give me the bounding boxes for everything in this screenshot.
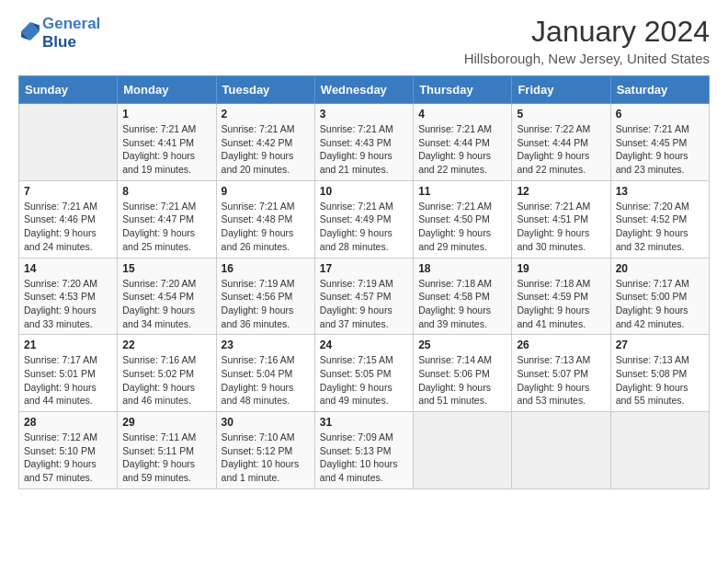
day-cell	[610, 412, 709, 489]
day-info: Sunrise: 7:19 AM Sunset: 4:56 PM Dayligh…	[222, 277, 310, 331]
day-number: 4	[418, 108, 506, 121]
day-number: 12	[517, 185, 605, 198]
day-number: 17	[320, 262, 408, 275]
week-row-1: 1Sunrise: 7:21 AM Sunset: 4:41 PM Daylig…	[19, 104, 710, 181]
calendar-subtitle: Hillsborough, New Jersey, United States	[464, 51, 710, 66]
day-cell: 30Sunrise: 7:10 AM Sunset: 5:12 PM Dayli…	[216, 412, 314, 489]
logo-line1: General	[42, 15, 100, 33]
day-info: Sunrise: 7:16 AM Sunset: 5:02 PM Dayligh…	[122, 353, 210, 408]
day-header-friday: Friday	[512, 76, 610, 104]
days-header-row: SundayMondayTuesdayWednesdayThursdayFrid…	[19, 76, 710, 104]
day-cell: 24Sunrise: 7:15 AM Sunset: 5:05 PM Dayli…	[314, 335, 413, 412]
day-info: Sunrise: 7:21 AM Sunset: 4:41 PM Dayligh…	[122, 122, 210, 177]
day-info: Sunrise: 7:17 AM Sunset: 5:01 PM Dayligh…	[24, 353, 112, 408]
day-number: 27	[616, 339, 704, 351]
day-cell: 27Sunrise: 7:13 AM Sunset: 5:08 PM Dayli…	[610, 335, 709, 412]
day-header-tuesday: Tuesday	[216, 76, 314, 104]
day-info: Sunrise: 7:20 AM Sunset: 4:52 PM Dayligh…	[616, 200, 704, 254]
day-cell: 2Sunrise: 7:21 AM Sunset: 4:42 PM Daylig…	[216, 104, 314, 181]
day-cell: 7Sunrise: 7:21 AM Sunset: 4:46 PM Daylig…	[19, 180, 118, 258]
day-number: 15	[122, 262, 210, 275]
logo-line2: Blue	[42, 33, 100, 52]
day-info: Sunrise: 7:22 AM Sunset: 4:44 PM Dayligh…	[517, 122, 605, 177]
day-cell: 12Sunrise: 7:21 AM Sunset: 4:51 PM Dayli…	[512, 180, 610, 258]
day-cell	[19, 104, 118, 181]
day-number: 13	[616, 185, 704, 198]
day-number: 23	[222, 339, 310, 351]
day-cell: 13Sunrise: 7:20 AM Sunset: 4:52 PM Dayli…	[610, 180, 709, 258]
day-cell: 4Sunrise: 7:21 AM Sunset: 4:44 PM Daylig…	[414, 104, 512, 181]
day-info: Sunrise: 7:13 AM Sunset: 5:08 PM Dayligh…	[616, 353, 704, 408]
day-number: 21	[24, 339, 112, 351]
day-number: 9	[222, 185, 310, 198]
day-number: 20	[616, 262, 704, 275]
day-cell: 21Sunrise: 7:17 AM Sunset: 5:01 PM Dayli…	[19, 335, 118, 412]
logo-icon	[20, 21, 40, 41]
day-cell: 18Sunrise: 7:18 AM Sunset: 4:58 PM Dayli…	[414, 258, 512, 335]
day-number: 25	[418, 339, 506, 351]
day-cell: 16Sunrise: 7:19 AM Sunset: 4:56 PM Dayli…	[216, 258, 314, 335]
day-info: Sunrise: 7:11 AM Sunset: 5:11 PM Dayligh…	[122, 431, 210, 485]
day-cell: 31Sunrise: 7:09 AM Sunset: 5:13 PM Dayli…	[314, 412, 413, 489]
day-info: Sunrise: 7:17 AM Sunset: 5:00 PM Dayligh…	[616, 277, 704, 331]
day-number: 16	[222, 262, 310, 275]
day-info: Sunrise: 7:10 AM Sunset: 5:12 PM Dayligh…	[222, 431, 310, 485]
day-number: 22	[122, 339, 210, 351]
day-header-monday: Monday	[118, 76, 216, 104]
day-cell	[414, 412, 512, 489]
week-row-5: 28Sunrise: 7:12 AM Sunset: 5:10 PM Dayli…	[19, 412, 710, 489]
day-info: Sunrise: 7:13 AM Sunset: 5:07 PM Dayligh…	[517, 353, 605, 408]
page-header: General Blue January 2024 Hillsborough, …	[18, 15, 710, 66]
title-area: January 2024 Hillsborough, New Jersey, U…	[464, 15, 710, 66]
day-info: Sunrise: 7:21 AM Sunset: 4:51 PM Dayligh…	[517, 200, 605, 254]
day-info: Sunrise: 7:21 AM Sunset: 4:47 PM Dayligh…	[122, 200, 210, 254]
calendar-table: SundayMondayTuesdayWednesdayThursdayFrid…	[18, 75, 710, 489]
day-cell: 3Sunrise: 7:21 AM Sunset: 4:43 PM Daylig…	[314, 104, 413, 181]
day-number: 2	[222, 108, 310, 121]
day-cell: 14Sunrise: 7:20 AM Sunset: 4:53 PM Dayli…	[19, 258, 118, 335]
day-info: Sunrise: 7:20 AM Sunset: 4:54 PM Dayligh…	[122, 277, 210, 331]
day-cell: 1Sunrise: 7:21 AM Sunset: 4:41 PM Daylig…	[118, 104, 216, 181]
day-cell: 15Sunrise: 7:20 AM Sunset: 4:54 PM Dayli…	[118, 258, 216, 335]
day-info: Sunrise: 7:18 AM Sunset: 4:59 PM Dayligh…	[517, 277, 605, 331]
day-cell: 23Sunrise: 7:16 AM Sunset: 5:04 PM Dayli…	[216, 335, 314, 412]
day-cell: 29Sunrise: 7:11 AM Sunset: 5:11 PM Dayli…	[118, 412, 216, 489]
day-info: Sunrise: 7:16 AM Sunset: 5:04 PM Dayligh…	[222, 353, 310, 408]
day-cell	[512, 412, 610, 489]
day-info: Sunrise: 7:20 AM Sunset: 4:53 PM Dayligh…	[24, 277, 112, 331]
day-header-sunday: Sunday	[19, 76, 118, 104]
day-number: 28	[24, 416, 112, 429]
day-cell: 26Sunrise: 7:13 AM Sunset: 5:07 PM Dayli…	[512, 335, 610, 412]
day-number: 5	[517, 108, 605, 121]
day-number: 24	[320, 339, 408, 351]
day-number: 29	[122, 416, 210, 429]
day-info: Sunrise: 7:21 AM Sunset: 4:44 PM Dayligh…	[418, 122, 506, 177]
day-info: Sunrise: 7:21 AM Sunset: 4:49 PM Dayligh…	[320, 200, 408, 254]
day-number: 11	[418, 185, 506, 198]
day-header-thursday: Thursday	[414, 76, 512, 104]
day-number: 31	[320, 416, 408, 429]
day-info: Sunrise: 7:12 AM Sunset: 5:10 PM Dayligh…	[24, 431, 112, 485]
day-number: 6	[616, 108, 704, 121]
day-header-saturday: Saturday	[610, 76, 709, 104]
day-number: 18	[418, 262, 506, 275]
day-number: 1	[122, 108, 210, 121]
day-info: Sunrise: 7:09 AM Sunset: 5:13 PM Dayligh…	[320, 431, 408, 485]
day-info: Sunrise: 7:14 AM Sunset: 5:06 PM Dayligh…	[418, 353, 506, 408]
day-cell: 25Sunrise: 7:14 AM Sunset: 5:06 PM Dayli…	[414, 335, 512, 412]
week-row-3: 14Sunrise: 7:20 AM Sunset: 4:53 PM Dayli…	[19, 258, 710, 335]
day-cell: 6Sunrise: 7:21 AM Sunset: 4:45 PM Daylig…	[610, 104, 709, 181]
day-info: Sunrise: 7:21 AM Sunset: 4:48 PM Dayligh…	[222, 200, 310, 254]
day-info: Sunrise: 7:21 AM Sunset: 4:50 PM Dayligh…	[418, 200, 506, 254]
day-info: Sunrise: 7:21 AM Sunset: 4:46 PM Dayligh…	[24, 200, 112, 254]
day-number: 7	[24, 185, 112, 198]
day-info: Sunrise: 7:18 AM Sunset: 4:58 PM Dayligh…	[418, 277, 506, 331]
day-number: 14	[24, 262, 112, 275]
day-number: 3	[320, 108, 408, 121]
day-info: Sunrise: 7:19 AM Sunset: 4:57 PM Dayligh…	[320, 277, 408, 331]
day-number: 10	[320, 185, 408, 198]
day-cell: 19Sunrise: 7:18 AM Sunset: 4:59 PM Dayli…	[512, 258, 610, 335]
day-cell: 10Sunrise: 7:21 AM Sunset: 4:49 PM Dayli…	[314, 180, 413, 258]
day-header-wednesday: Wednesday	[314, 76, 413, 104]
day-number: 30	[222, 416, 310, 429]
